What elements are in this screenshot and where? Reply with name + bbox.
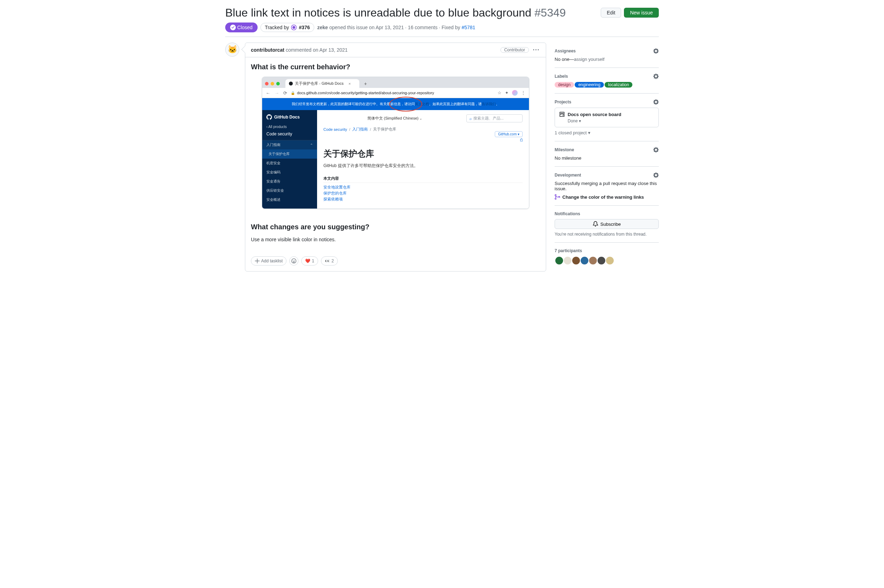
participant-avatar[interactable] [605, 256, 615, 265]
participant-avatar[interactable] [588, 256, 598, 265]
notifications-title: Notifications [555, 212, 580, 216]
notice-banner: 我们经常发布文档更新，此页面的翻译可能仍在进行中。有关最新信息，请访问英文文档。… [262, 98, 529, 110]
gear-icon[interactable] [653, 172, 659, 178]
participant-avatar[interactable] [555, 256, 564, 265]
dev-text: Successfully merging a pull request may … [555, 181, 659, 191]
label-pill[interactable]: design [555, 82, 574, 88]
projects-title: Projects [555, 99, 571, 105]
assignees-title: Assignees [555, 48, 576, 54]
comment-text: Use a more visible link color in notices… [251, 237, 540, 242]
assignees-value: No one—assign yourself [555, 57, 659, 62]
issue-meta: zeke opened this issue on Apr 13, 2021 ·… [317, 25, 475, 30]
state-badge: Closed [225, 22, 258, 32]
add-tasklist-button[interactable]: Add tasklist [251, 256, 286, 266]
reaction-eyes[interactable]: 👀 2 [321, 256, 338, 266]
add-reaction-button[interactable] [289, 256, 298, 266]
participant-avatar[interactable] [580, 256, 589, 265]
milestone-value: No milestone [555, 156, 659, 161]
labels-title: Labels [555, 74, 568, 79]
gear-icon[interactable] [653, 147, 659, 153]
annotation-circle [389, 97, 422, 111]
subscribe-button[interactable]: Subscribe [555, 219, 659, 229]
author-link[interactable]: zeke [317, 25, 328, 30]
issue-number: #5349 [535, 6, 566, 19]
new-issue-button[interactable]: New issue [624, 8, 659, 18]
closed-projects-toggle[interactable]: 1 closed project ▾ [555, 130, 659, 135]
project-card[interactable]: Docs open source board Done ▾ [555, 108, 659, 127]
milestone-title: Milestone [555, 147, 574, 152]
avatar[interactable]: 🐱 [225, 42, 239, 57]
comment-menu-icon[interactable] [532, 46, 540, 54]
url-text: docs.github.com/cn/code-security/getting… [297, 91, 434, 95]
comment-author[interactable]: contributorcat [251, 47, 284, 53]
label-pill[interactable]: engineering [575, 82, 604, 88]
gear-icon[interactable] [653, 74, 659, 79]
project-icon [559, 111, 565, 117]
development-title: Development [555, 172, 581, 178]
label-pill[interactable]: localization [604, 82, 632, 88]
tracked-by-badge[interactable]: Tracked by #376 [260, 23, 314, 32]
section-heading: What changes are you suggesting? [251, 223, 540, 231]
issue-title: Blue link text in notices is unreadable … [225, 6, 598, 20]
gear-icon[interactable] [653, 99, 659, 105]
comment-timestamp: commented on Apr 13, 2021 [286, 47, 348, 53]
assign-yourself-link[interactable]: assign yourself [574, 57, 604, 62]
tracked-icon [291, 25, 297, 30]
edit-button[interactable]: Edit [601, 8, 621, 18]
participant-avatar[interactable] [563, 256, 572, 265]
bell-icon [592, 221, 598, 227]
role-badge: Contributor [501, 47, 529, 53]
linked-pr[interactable]: Change the color of the warning links [555, 194, 659, 200]
participant-avatar[interactable] [571, 256, 581, 265]
section-heading: What is the current behavior? [251, 63, 540, 71]
check-circle-icon [230, 25, 236, 30]
participants-title: 7 participants [555, 248, 659, 253]
screenshot-image[interactable]: 关于保护仓库 - GitHub Docs × + ←→⟳ 🔒docs.githu… [262, 76, 529, 209]
print-icon: ⎙ [520, 138, 523, 142]
merge-icon [555, 194, 560, 200]
fixed-by-link[interactable]: #5781 [462, 25, 475, 30]
participant-avatar[interactable] [597, 256, 606, 265]
reaction-heart[interactable]: ❤️ 1 [301, 256, 318, 266]
notification-status: You're not receiving notifications from … [555, 232, 659, 237]
gear-icon[interactable] [653, 48, 659, 54]
browser-tab: 关于保护仓库 - GitHub Docs × [286, 79, 359, 88]
